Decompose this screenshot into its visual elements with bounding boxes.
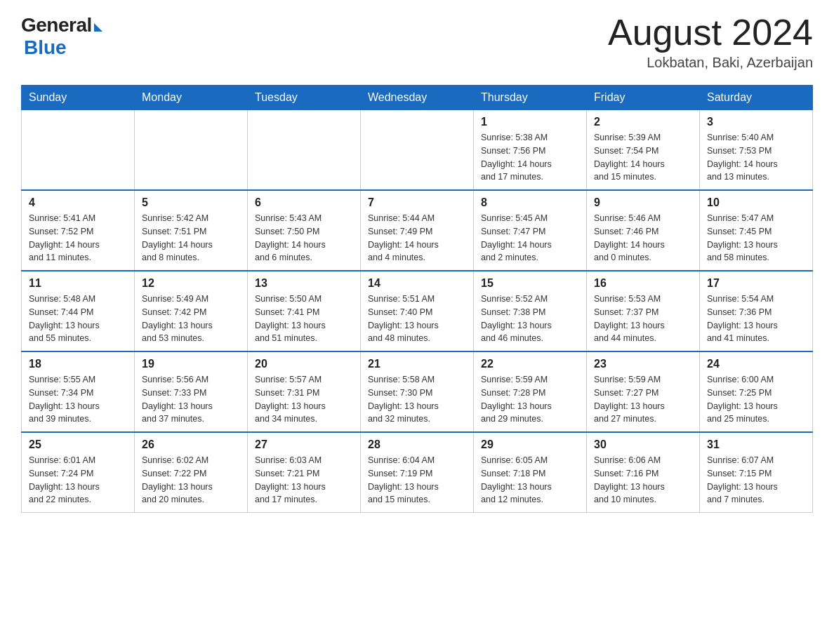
day-info: Sunrise: 5:43 AMSunset: 7:50 PMDaylight:… bbox=[255, 212, 353, 264]
weekday-header-monday: Monday bbox=[135, 86, 248, 110]
day-info: Sunrise: 5:40 AMSunset: 7:53 PMDaylight:… bbox=[707, 131, 805, 184]
day-info: Sunrise: 6:02 AMSunset: 7:22 PMDaylight:… bbox=[142, 454, 240, 507]
day-info: Sunrise: 5:52 AMSunset: 7:38 PMDaylight:… bbox=[481, 293, 579, 345]
calendar-table: SundayMondayTuesdayWednesdayThursdayFrid… bbox=[21, 85, 813, 513]
weekday-header-thursday: Thursday bbox=[474, 86, 587, 110]
day-number: 25 bbox=[29, 438, 127, 451]
logo: General Blue bbox=[21, 14, 102, 59]
day-info: Sunrise: 5:39 AMSunset: 7:54 PMDaylight:… bbox=[594, 131, 692, 184]
day-info: Sunrise: 5:44 AMSunset: 7:49 PMDaylight:… bbox=[368, 212, 466, 264]
day-number: 3 bbox=[707, 116, 805, 128]
calendar-cell: 2Sunrise: 5:39 AMSunset: 7:54 PMDaylight… bbox=[587, 110, 700, 191]
day-number: 21 bbox=[368, 358, 466, 370]
day-number: 17 bbox=[707, 277, 805, 290]
day-number: 16 bbox=[594, 277, 692, 290]
calendar-cell: 29Sunrise: 6:05 AMSunset: 7:18 PMDayligh… bbox=[474, 432, 587, 513]
day-number: 4 bbox=[29, 196, 127, 209]
page-header: General Blue August 2024 Lokbatan, Baki,… bbox=[21, 14, 813, 71]
calendar-week-4: 18Sunrise: 5:55 AMSunset: 7:34 PMDayligh… bbox=[22, 351, 813, 432]
day-number: 20 bbox=[255, 358, 353, 370]
day-info: Sunrise: 5:55 AMSunset: 7:34 PMDaylight:… bbox=[29, 373, 127, 426]
day-number: 24 bbox=[707, 358, 805, 370]
calendar-cell: 12Sunrise: 5:49 AMSunset: 7:42 PMDayligh… bbox=[135, 271, 248, 351]
calendar-cell: 17Sunrise: 5:54 AMSunset: 7:36 PMDayligh… bbox=[700, 271, 813, 351]
calendar-cell: 19Sunrise: 5:56 AMSunset: 7:33 PMDayligh… bbox=[135, 351, 248, 432]
day-info: Sunrise: 5:58 AMSunset: 7:30 PMDaylight:… bbox=[368, 373, 466, 426]
calendar-cell: 22Sunrise: 5:59 AMSunset: 7:28 PMDayligh… bbox=[474, 351, 587, 432]
day-info: Sunrise: 6:04 AMSunset: 7:19 PMDaylight:… bbox=[368, 454, 466, 507]
day-info: Sunrise: 6:01 AMSunset: 7:24 PMDaylight:… bbox=[29, 454, 127, 507]
day-info: Sunrise: 5:54 AMSunset: 7:36 PMDaylight:… bbox=[707, 293, 805, 345]
calendar-cell: 4Sunrise: 5:41 AMSunset: 7:52 PMDaylight… bbox=[22, 190, 135, 271]
calendar-cell: 16Sunrise: 5:53 AMSunset: 7:37 PMDayligh… bbox=[587, 271, 700, 351]
day-number: 8 bbox=[481, 196, 579, 209]
day-info: Sunrise: 6:03 AMSunset: 7:21 PMDaylight:… bbox=[255, 454, 353, 507]
calendar-cell bbox=[22, 110, 135, 191]
calendar-cell: 20Sunrise: 5:57 AMSunset: 7:31 PMDayligh… bbox=[248, 351, 361, 432]
day-number: 27 bbox=[255, 438, 353, 451]
calendar-cell: 3Sunrise: 5:40 AMSunset: 7:53 PMDaylight… bbox=[700, 110, 813, 191]
calendar-cell bbox=[135, 110, 248, 191]
calendar-cell bbox=[361, 110, 474, 191]
calendar-cell: 23Sunrise: 5:59 AMSunset: 7:27 PMDayligh… bbox=[587, 351, 700, 432]
day-info: Sunrise: 5:41 AMSunset: 7:52 PMDaylight:… bbox=[29, 212, 127, 264]
logo-arrow-icon bbox=[94, 23, 102, 32]
day-info: Sunrise: 5:42 AMSunset: 7:51 PMDaylight:… bbox=[142, 212, 240, 264]
calendar-week-1: 1Sunrise: 5:38 AMSunset: 7:56 PMDaylight… bbox=[22, 110, 813, 191]
day-number: 19 bbox=[142, 358, 240, 370]
day-info: Sunrise: 5:53 AMSunset: 7:37 PMDaylight:… bbox=[594, 293, 692, 345]
day-number: 13 bbox=[255, 277, 353, 290]
day-info: Sunrise: 5:51 AMSunset: 7:40 PMDaylight:… bbox=[368, 293, 466, 345]
weekday-header-row: SundayMondayTuesdayWednesdayThursdayFrid… bbox=[22, 86, 813, 110]
calendar-cell: 13Sunrise: 5:50 AMSunset: 7:41 PMDayligh… bbox=[248, 271, 361, 351]
day-info: Sunrise: 5:49 AMSunset: 7:42 PMDaylight:… bbox=[142, 293, 240, 345]
calendar-cell: 14Sunrise: 5:51 AMSunset: 7:40 PMDayligh… bbox=[361, 271, 474, 351]
day-number: 6 bbox=[255, 196, 353, 209]
weekday-header-sunday: Sunday bbox=[22, 86, 135, 110]
calendar-cell: 1Sunrise: 5:38 AMSunset: 7:56 PMDaylight… bbox=[474, 110, 587, 191]
day-info: Sunrise: 6:00 AMSunset: 7:25 PMDaylight:… bbox=[707, 373, 805, 426]
weekday-header-saturday: Saturday bbox=[700, 86, 813, 110]
day-info: Sunrise: 5:56 AMSunset: 7:33 PMDaylight:… bbox=[142, 373, 240, 426]
day-number: 22 bbox=[481, 358, 579, 370]
calendar-cell: 27Sunrise: 6:03 AMSunset: 7:21 PMDayligh… bbox=[248, 432, 361, 513]
day-info: Sunrise: 6:05 AMSunset: 7:18 PMDaylight:… bbox=[481, 454, 579, 507]
calendar-week-3: 11Sunrise: 5:48 AMSunset: 7:44 PMDayligh… bbox=[22, 271, 813, 351]
day-number: 1 bbox=[481, 116, 579, 128]
day-info: Sunrise: 5:59 AMSunset: 7:27 PMDaylight:… bbox=[594, 373, 692, 426]
weekday-header-tuesday: Tuesday bbox=[248, 86, 361, 110]
calendar-cell: 26Sunrise: 6:02 AMSunset: 7:22 PMDayligh… bbox=[135, 432, 248, 513]
day-info: Sunrise: 5:50 AMSunset: 7:41 PMDaylight:… bbox=[255, 293, 353, 345]
calendar-cell: 31Sunrise: 6:07 AMSunset: 7:15 PMDayligh… bbox=[700, 432, 813, 513]
day-number: 2 bbox=[594, 116, 692, 128]
month-year-title: August 2024 bbox=[608, 14, 813, 51]
calendar-cell: 18Sunrise: 5:55 AMSunset: 7:34 PMDayligh… bbox=[22, 351, 135, 432]
day-number: 10 bbox=[707, 196, 805, 209]
calendar-cell: 5Sunrise: 5:42 AMSunset: 7:51 PMDaylight… bbox=[135, 190, 248, 271]
calendar-cell: 6Sunrise: 5:43 AMSunset: 7:50 PMDaylight… bbox=[248, 190, 361, 271]
day-info: Sunrise: 6:07 AMSunset: 7:15 PMDaylight:… bbox=[707, 454, 805, 507]
day-number: 15 bbox=[481, 277, 579, 290]
day-info: Sunrise: 5:48 AMSunset: 7:44 PMDaylight:… bbox=[29, 293, 127, 345]
calendar-cell: 9Sunrise: 5:46 AMSunset: 7:46 PMDaylight… bbox=[587, 190, 700, 271]
day-number: 11 bbox=[29, 277, 127, 290]
day-number: 9 bbox=[594, 196, 692, 209]
day-number: 31 bbox=[707, 438, 805, 451]
calendar-week-5: 25Sunrise: 6:01 AMSunset: 7:24 PMDayligh… bbox=[22, 432, 813, 513]
day-info: Sunrise: 5:38 AMSunset: 7:56 PMDaylight:… bbox=[481, 131, 579, 184]
calendar-cell: 24Sunrise: 6:00 AMSunset: 7:25 PMDayligh… bbox=[700, 351, 813, 432]
day-number: 18 bbox=[29, 358, 127, 370]
day-number: 29 bbox=[481, 438, 579, 451]
calendar-cell: 11Sunrise: 5:48 AMSunset: 7:44 PMDayligh… bbox=[22, 271, 135, 351]
weekday-header-friday: Friday bbox=[587, 86, 700, 110]
day-info: Sunrise: 5:47 AMSunset: 7:45 PMDaylight:… bbox=[707, 212, 805, 264]
calendar-cell: 8Sunrise: 5:45 AMSunset: 7:47 PMDaylight… bbox=[474, 190, 587, 271]
title-block: August 2024 Lokbatan, Baki, Azerbaijan bbox=[608, 14, 813, 71]
calendar-cell: 28Sunrise: 6:04 AMSunset: 7:19 PMDayligh… bbox=[361, 432, 474, 513]
calendar-cell: 7Sunrise: 5:44 AMSunset: 7:49 PMDaylight… bbox=[361, 190, 474, 271]
day-info: Sunrise: 5:46 AMSunset: 7:46 PMDaylight:… bbox=[594, 212, 692, 264]
logo-blue-text: Blue bbox=[24, 36, 67, 59]
day-info: Sunrise: 5:59 AMSunset: 7:28 PMDaylight:… bbox=[481, 373, 579, 426]
calendar-cell: 25Sunrise: 6:01 AMSunset: 7:24 PMDayligh… bbox=[22, 432, 135, 513]
calendar-cell: 30Sunrise: 6:06 AMSunset: 7:16 PMDayligh… bbox=[587, 432, 700, 513]
